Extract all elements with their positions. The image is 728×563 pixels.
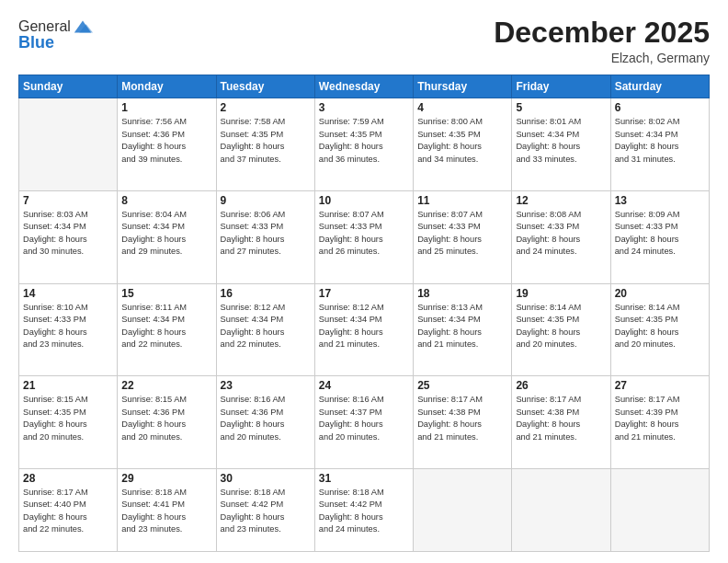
- day-info: Sunrise: 8:17 AM Sunset: 4:39 PM Dayligh…: [615, 394, 705, 443]
- table-row: 19Sunrise: 8:14 AM Sunset: 4:35 PM Dayli…: [512, 283, 610, 376]
- day-number: 4: [417, 101, 507, 114]
- table-row: 17Sunrise: 8:12 AM Sunset: 4:34 PM Dayli…: [314, 283, 413, 376]
- day-number: 14: [23, 287, 113, 300]
- day-number: 13: [615, 194, 705, 207]
- day-number: 5: [516, 101, 606, 114]
- table-row: 29Sunrise: 8:18 AM Sunset: 4:41 PM Dayli…: [118, 468, 216, 551]
- col-friday: Friday: [512, 75, 610, 98]
- calendar-header-row: Sunday Monday Tuesday Wednesday Thursday…: [19, 75, 710, 98]
- day-number: 31: [319, 472, 409, 485]
- day-info: Sunrise: 8:15 AM Sunset: 4:36 PM Dayligh…: [121, 394, 211, 443]
- day-number: 3: [319, 101, 409, 114]
- day-number: 24: [319, 379, 409, 392]
- logo: General Blue: [18, 17, 93, 52]
- day-number: 17: [319, 287, 409, 300]
- day-number: 6: [615, 101, 705, 114]
- day-info: Sunrise: 8:18 AM Sunset: 4:41 PM Dayligh…: [121, 487, 211, 536]
- table-row: 23Sunrise: 8:16 AM Sunset: 4:36 PM Dayli…: [216, 376, 314, 469]
- col-monday: Monday: [118, 75, 216, 98]
- col-thursday: Thursday: [414, 75, 512, 98]
- table-row: 11Sunrise: 8:07 AM Sunset: 4:33 PM Dayli…: [414, 190, 512, 283]
- table-row: 9Sunrise: 8:06 AM Sunset: 4:33 PM Daylig…: [216, 190, 314, 283]
- day-info: Sunrise: 8:00 AM Sunset: 4:35 PM Dayligh…: [417, 116, 507, 166]
- table-row: 13Sunrise: 8:09 AM Sunset: 4:33 PM Dayli…: [610, 190, 709, 283]
- table-row: 7Sunrise: 8:03 AM Sunset: 4:34 PM Daylig…: [19, 190, 118, 283]
- day-number: 20: [615, 287, 705, 300]
- table-row: 14Sunrise: 8:10 AM Sunset: 4:33 PM Dayli…: [19, 283, 118, 376]
- day-info: Sunrise: 8:14 AM Sunset: 4:35 PM Dayligh…: [615, 302, 705, 351]
- day-number: 27: [615, 379, 705, 392]
- table-row: 28Sunrise: 8:17 AM Sunset: 4:40 PM Dayli…: [19, 468, 118, 551]
- month-title: December 2025: [494, 17, 710, 49]
- day-info: Sunrise: 8:09 AM Sunset: 4:33 PM Dayligh…: [615, 209, 705, 259]
- day-number: 25: [417, 379, 507, 392]
- day-number: 18: [417, 287, 507, 300]
- day-number: 26: [516, 379, 606, 392]
- day-info: Sunrise: 8:16 AM Sunset: 4:36 PM Dayligh…: [221, 394, 311, 443]
- table-row: 20Sunrise: 8:14 AM Sunset: 4:35 PM Dayli…: [610, 283, 709, 376]
- day-info: Sunrise: 8:18 AM Sunset: 4:42 PM Dayligh…: [221, 487, 311, 536]
- table-row: 16Sunrise: 8:12 AM Sunset: 4:34 PM Dayli…: [216, 283, 314, 376]
- day-number: 23: [221, 379, 311, 392]
- table-row: 4Sunrise: 8:00 AM Sunset: 4:35 PM Daylig…: [414, 98, 512, 191]
- table-row: 22Sunrise: 8:15 AM Sunset: 4:36 PM Dayli…: [118, 376, 216, 469]
- day-info: Sunrise: 8:11 AM Sunset: 4:34 PM Dayligh…: [121, 302, 211, 351]
- day-info: Sunrise: 8:12 AM Sunset: 4:34 PM Dayligh…: [221, 302, 311, 351]
- table-row: [610, 468, 709, 551]
- table-row: 15Sunrise: 8:11 AM Sunset: 4:34 PM Dayli…: [118, 283, 216, 376]
- day-number: 11: [417, 194, 507, 207]
- table-row: 25Sunrise: 8:17 AM Sunset: 4:38 PM Dayli…: [414, 376, 512, 469]
- table-row: 2Sunrise: 7:58 AM Sunset: 4:35 PM Daylig…: [216, 98, 314, 191]
- table-row: [414, 468, 512, 551]
- col-sunday: Sunday: [19, 75, 118, 98]
- table-row: 31Sunrise: 8:18 AM Sunset: 4:42 PM Dayli…: [314, 468, 413, 551]
- table-row: 12Sunrise: 8:08 AM Sunset: 4:33 PM Dayli…: [512, 190, 610, 283]
- day-info: Sunrise: 7:56 AM Sunset: 4:36 PM Dayligh…: [121, 116, 211, 166]
- day-number: 30: [221, 472, 311, 485]
- day-number: 22: [121, 379, 211, 392]
- table-row: 1Sunrise: 7:56 AM Sunset: 4:36 PM Daylig…: [118, 98, 216, 191]
- logo-icon: [73, 17, 93, 37]
- header: General Blue December 2025 Elzach, Germa…: [18, 17, 710, 65]
- day-info: Sunrise: 8:16 AM Sunset: 4:37 PM Dayligh…: [319, 394, 409, 443]
- table-row: 3Sunrise: 7:59 AM Sunset: 4:35 PM Daylig…: [314, 98, 413, 191]
- day-info: Sunrise: 8:08 AM Sunset: 4:33 PM Dayligh…: [516, 209, 606, 259]
- day-number: 15: [121, 287, 211, 300]
- day-number: 8: [121, 194, 211, 207]
- table-row: 27Sunrise: 8:17 AM Sunset: 4:39 PM Dayli…: [610, 376, 709, 469]
- day-info: Sunrise: 8:06 AM Sunset: 4:33 PM Dayligh…: [221, 209, 311, 259]
- day-number: 29: [121, 472, 211, 485]
- day-info: Sunrise: 8:07 AM Sunset: 4:33 PM Dayligh…: [319, 209, 409, 259]
- table-row: 5Sunrise: 8:01 AM Sunset: 4:34 PM Daylig…: [512, 98, 610, 191]
- day-info: Sunrise: 8:17 AM Sunset: 4:38 PM Dayligh…: [417, 394, 507, 443]
- day-info: Sunrise: 8:17 AM Sunset: 4:40 PM Dayligh…: [23, 487, 113, 536]
- day-info: Sunrise: 8:07 AM Sunset: 4:33 PM Dayligh…: [417, 209, 507, 259]
- day-number: 2: [221, 101, 311, 114]
- day-info: Sunrise: 8:18 AM Sunset: 4:42 PM Dayligh…: [319, 487, 409, 536]
- title-block: December 2025 Elzach, Germany: [494, 17, 710, 65]
- day-number: 1: [121, 101, 211, 114]
- day-info: Sunrise: 8:04 AM Sunset: 4:34 PM Dayligh…: [121, 209, 211, 259]
- table-row: 18Sunrise: 8:13 AM Sunset: 4:34 PM Dayli…: [414, 283, 512, 376]
- col-wednesday: Wednesday: [314, 75, 413, 98]
- day-info: Sunrise: 8:12 AM Sunset: 4:34 PM Dayligh…: [319, 302, 409, 351]
- col-tuesday: Tuesday: [216, 75, 314, 98]
- day-number: 7: [23, 194, 113, 207]
- table-row: 26Sunrise: 8:17 AM Sunset: 4:38 PM Dayli…: [512, 376, 610, 469]
- day-info: Sunrise: 7:58 AM Sunset: 4:35 PM Dayligh…: [221, 116, 311, 166]
- table-row: [19, 98, 118, 191]
- day-number: 12: [516, 194, 606, 207]
- table-row: 21Sunrise: 8:15 AM Sunset: 4:35 PM Dayli…: [19, 376, 118, 469]
- day-info: Sunrise: 8:17 AM Sunset: 4:38 PM Dayligh…: [516, 394, 606, 443]
- col-saturday: Saturday: [610, 75, 709, 98]
- location: Elzach, Germany: [494, 51, 710, 65]
- day-info: Sunrise: 8:03 AM Sunset: 4:34 PM Dayligh…: [23, 209, 113, 259]
- day-number: 19: [516, 287, 606, 300]
- day-info: Sunrise: 8:15 AM Sunset: 4:35 PM Dayligh…: [23, 394, 113, 443]
- day-info: Sunrise: 8:13 AM Sunset: 4:34 PM Dayligh…: [417, 302, 507, 351]
- table-row: 30Sunrise: 8:18 AM Sunset: 4:42 PM Dayli…: [216, 468, 314, 551]
- day-info: Sunrise: 8:01 AM Sunset: 4:34 PM Dayligh…: [516, 116, 606, 166]
- day-info: Sunrise: 8:10 AM Sunset: 4:33 PM Dayligh…: [23, 302, 113, 351]
- day-info: Sunrise: 8:14 AM Sunset: 4:35 PM Dayligh…: [516, 302, 606, 351]
- calendar-table: Sunday Monday Tuesday Wednesday Thursday…: [18, 75, 710, 552]
